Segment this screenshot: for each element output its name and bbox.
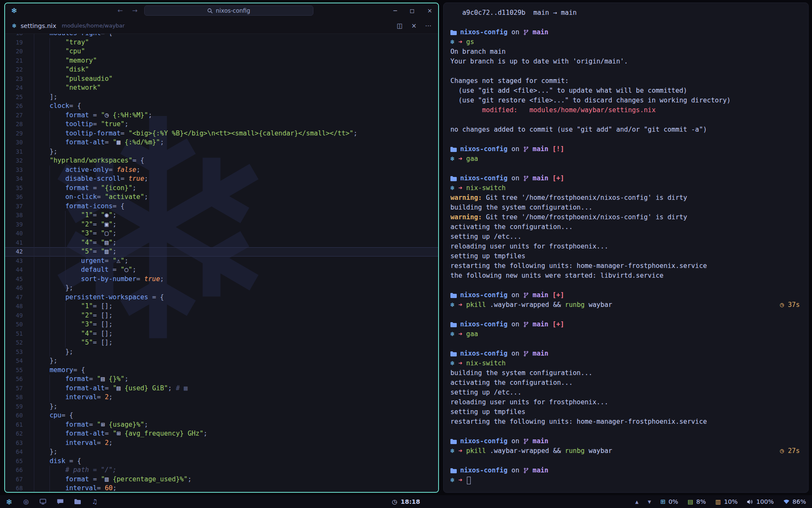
code-line[interactable]: 61format= "⊞ {usage}%"; [5, 420, 438, 430]
code-line[interactable]: 34disable-scroll= true; [5, 174, 438, 184]
code-line[interactable]: 41"4"= "▤"; [5, 238, 438, 248]
code-line[interactable]: 31}; [5, 147, 438, 157]
close-tab-icon[interactable]: × [411, 22, 417, 30]
code-line[interactable]: 36on-click= "activate"; [5, 193, 438, 202]
code-line[interactable]: 25]; [5, 93, 438, 102]
waybar-module-network[interactable]: 86% [783, 498, 806, 505]
line-number: 20 [5, 47, 23, 56]
code-line[interactable]: 62format-alt= "⊞ {avg_frequency} GHz"; [5, 429, 438, 439]
back-button[interactable]: ← [115, 7, 126, 14]
code-line[interactable]: 51"4"= []; [5, 329, 438, 339]
terminal-window[interactable]: a9c0c72..d11029b main → mainnixos-config… [443, 3, 809, 493]
code-line[interactable]: 39"2"= "▣"; [5, 220, 438, 229]
code-line[interactable]: 43urgent= "⚠"; [5, 257, 438, 266]
code-line[interactable]: 19"tray" [5, 38, 438, 47]
code-line[interactable]: 35format = "{icon}"; [5, 184, 438, 193]
waybar-module-tray-item-1[interactable]: ▲ [635, 500, 639, 504]
more-actions-icon[interactable]: ⋯ [425, 22, 431, 30]
code-line[interactable]: 22"disk" [5, 65, 438, 75]
waybar-module-memory[interactable]: ▤8% [688, 498, 706, 505]
code-line[interactable]: 49"2"= []; [5, 311, 438, 320]
code-line[interactable]: 63interval= 2; [5, 439, 438, 448]
code-line[interactable]: 64}; [5, 447, 438, 457]
code-line[interactable]: 50"3"= []; [5, 320, 438, 329]
code-token: persistent-workspaces [65, 293, 148, 302]
code-line[interactable]: 21"memory" [5, 56, 438, 66]
code-line[interactable]: 46}; [5, 284, 438, 293]
waybar-module-cpu[interactable]: ⊞0% [660, 498, 678, 505]
waybar-module-disk[interactable]: ▥10% [715, 498, 738, 505]
terminal-line: nixos-config on main [450, 28, 800, 37]
code-token: # path = "/"; [65, 466, 116, 475]
code-line[interactable]: 44default = "○"; [5, 265, 438, 275]
terminal-text: activating the configuration... [450, 222, 573, 232]
indent-guide [34, 447, 49, 457]
waybar-screenshot[interactable] [40, 499, 46, 505]
code-line[interactable]: 55memory= { [5, 366, 438, 375]
code-line[interactable]: 56format= "▤ {}%"; [5, 375, 438, 384]
code-line[interactable]: 58interval= 2; [5, 393, 438, 402]
code-token: 2 [105, 393, 109, 402]
indent-guide [49, 338, 65, 348]
code-line[interactable]: 60cpu= { [5, 411, 438, 420]
code-line[interactable]: 42"5"= "▥"; [5, 247, 438, 257]
folder-icon [450, 439, 457, 444]
terminal-line: no changes added to commit (use "git add… [450, 125, 800, 135]
code-line[interactable]: 33active-only= false; [5, 166, 438, 175]
line-number: 39 [5, 220, 23, 229]
code-line[interactable]: 48"1"= []; [5, 302, 438, 311]
code-line[interactable]: 30format-alt= "▦ {:%d/%m}"; [5, 138, 438, 147]
tab-settings-nix[interactable]: settings.nix [21, 22, 56, 29]
maximize-button[interactable]: ◻ [410, 7, 415, 14]
code-line[interactable]: 65disk = { [5, 457, 438, 466]
code-line[interactable]: 23"pulseaudio" [5, 75, 438, 84]
waybar-power[interactable]: ◎ [23, 498, 29, 505]
code-line[interactable]: 24"network" [5, 83, 438, 93]
code-line[interactable]: 28tooltip= "true"; [5, 120, 438, 129]
waybar-files[interactable] [74, 499, 81, 505]
code-line[interactable]: 53}; [5, 348, 438, 357]
code-line[interactable]: 57format-alt= "▤ {used} GiB"; # ▦ [5, 384, 438, 393]
editor-window[interactable]: ❄ ← → nixos-config ─ ◻ × ❄ settings.nix … [4, 3, 439, 493]
waybar-clock[interactable]: ◷ 18:18 [392, 498, 420, 505]
waybar-music[interactable]: ♫ [92, 498, 97, 505]
forward-button[interactable]: → [129, 7, 140, 14]
code-line[interactable]: 20"cpu" [5, 47, 438, 56]
terminal-text: gaa [466, 329, 478, 339]
code-line[interactable]: 45sort-by-number= true; [5, 275, 438, 284]
close-button[interactable]: × [427, 7, 432, 14]
code-line[interactable]: 68interval= 60; [5, 484, 438, 492]
split-editor-icon[interactable]: ◫ [397, 22, 403, 30]
waybar-module-tray-item-2[interactable]: ▼ [648, 500, 651, 504]
code-line[interactable]: 67format = "▥ {percentage_used}%"; [5, 475, 438, 484]
code-line[interactable]: 18modules-right= [ [5, 34, 438, 38]
terminal-text: warning: [450, 213, 482, 222]
terminal-line: On branch main [450, 47, 800, 57]
indent-guide [34, 366, 49, 375]
code-line[interactable]: 54}; [5, 356, 438, 366]
code-line[interactable]: 29tooltip-format= "<big>{:%Y %B}</big>\n… [5, 129, 438, 138]
indent-guide [34, 457, 49, 466]
code-line[interactable]: 52"5"= []; [5, 338, 438, 348]
code-line[interactable]: 37format-icons= { [5, 202, 438, 211]
minimize-button[interactable]: ─ [393, 7, 397, 14]
editor-tab-bar: ❄ settings.nix modules/home/waybar ◫ × ⋯ [5, 18, 438, 34]
waybar-launcher[interactable]: ❄ [6, 497, 12, 506]
code-line[interactable]: 47persistent-workspaces = { [5, 293, 438, 302]
line-number: 29 [5, 129, 23, 138]
code-line[interactable]: 40"3"= "▢"; [5, 229, 438, 238]
code-line[interactable]: 27format = "◷ {:%H:%M}"; [5, 111, 438, 120]
code-line[interactable]: 66# path = "/"; [5, 466, 438, 475]
terminal-text: reloading user units for frostphoenix... [450, 398, 608, 407]
code-area[interactable]: ❄ 18modules-right= [19"tray"20"cpu"21"me… [5, 34, 438, 492]
code-line[interactable]: 32"hyprland/workspaces"= { [5, 156, 438, 166]
code-token: " [101, 247, 104, 257]
code-line[interactable]: 26clock= { [5, 102, 438, 111]
waybar-chat[interactable] [57, 499, 63, 505]
command-center-search[interactable]: nixos-config [144, 6, 313, 16]
line-number: 55 [5, 366, 23, 375]
waybar-module-pulseaudio[interactable]: 100% [747, 498, 774, 505]
code-token: = [93, 120, 101, 129]
code-line[interactable]: 59}; [5, 402, 438, 411]
code-line[interactable]: 38"1"= "◉"; [5, 211, 438, 220]
